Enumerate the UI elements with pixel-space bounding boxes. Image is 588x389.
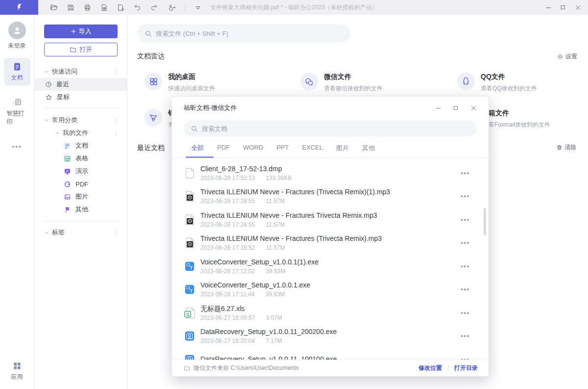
- radar-card[interactable]: QQ文件 查看QQ接收到的文件: [457, 73, 537, 93]
- card-title: 箱文件: [489, 109, 550, 118]
- maximize-icon[interactable]: [450, 103, 461, 113]
- sidebar-filetype-item[interactable]: 演示: [44, 165, 119, 178]
- radar-card[interactable]: 箱文件 看Foxmail接收到的文件: [489, 109, 550, 129]
- tab-图片[interactable]: 图片: [336, 144, 349, 157]
- minimize-icon[interactable]: [433, 103, 443, 113]
- file-name: Trivecta ILLENIUM Nevve - Fractures (Tri…: [200, 234, 382, 243]
- file-row[interactable]: S 无标题6.27.xls 2023-06-27 18:00:573.07M •…: [172, 301, 489, 325]
- radar-settings-button[interactable]: 设置: [557, 52, 577, 61]
- new-page-icon[interactable]: [117, 4, 124, 11]
- scrollbar-thumb[interactable]: [484, 208, 486, 235]
- gear-icon: [557, 53, 564, 60]
- section-label: 快速访问: [52, 67, 77, 76]
- file-row[interactable]: DataRecovery_Setup_v1.0.0.11_200200.exe …: [172, 325, 489, 348]
- dialog-search-input[interactable]: [202, 125, 470, 132]
- tab-WORD[interactable]: WORD: [243, 144, 263, 157]
- hand-tool-icon[interactable]: [167, 4, 175, 11]
- login-status[interactable]: 未登录: [8, 42, 26, 50]
- item-label: 最近: [56, 80, 69, 89]
- rail-item-documents[interactable]: 文档: [4, 58, 30, 86]
- more-options-button[interactable]: •••: [461, 216, 470, 223]
- xls-file-icon: S: [184, 307, 196, 319]
- pdf-type-icon: [64, 181, 71, 188]
- tab-其他[interactable]: 其他: [362, 144, 375, 157]
- clock-icon: [45, 81, 52, 88]
- section-categories[interactable]: 常用分类: [44, 114, 119, 127]
- file-row[interactable]: 文T VoiceConverter_Setup_v1.0.0.1(1).exe …: [172, 255, 489, 278]
- item-label: 图片: [75, 192, 88, 201]
- file-row[interactable]: Trivecta ILLENIUM Nevve - Fractures Triv…: [172, 208, 489, 232]
- section-tags[interactable]: 标签: [44, 226, 119, 239]
- more-options-button[interactable]: •••: [461, 333, 470, 339]
- more-options-button[interactable]: •••: [461, 263, 470, 270]
- file-row[interactable]: DataRecovery_Setup_v1.0.0.11_100100.exe …: [172, 348, 489, 360]
- export-page-icon[interactable]: [100, 4, 108, 11]
- kebab-menu-icon[interactable]: [113, 117, 119, 123]
- tab-全部[interactable]: 全部: [191, 144, 204, 157]
- close-icon[interactable]: [572, 2, 583, 13]
- file-size: 11.57M: [266, 198, 285, 205]
- rail-item-label: 文档: [11, 74, 23, 82]
- radar-card[interactable]: 我的桌面 快速访问桌面文件: [145, 73, 215, 93]
- file-date: 2023-06-28 17:28:55: [200, 198, 255, 205]
- radar-card[interactable]: 钉 查: [145, 109, 175, 129]
- sidebar-item-my-files[interactable]: 我的文件: [44, 127, 119, 139]
- item-label: 星标: [57, 93, 70, 102]
- sidebar-filetype-item[interactable]: 其他: [44, 203, 119, 216]
- dialog-title: 福昕文档-微信文件: [184, 104, 237, 112]
- voice-exe-icon: 文T: [184, 284, 196, 295]
- toolbar-expand-icon[interactable]: [195, 4, 201, 11]
- file-row[interactable]: Trivecta ILLENIUM Nevve - Fractures (Tri…: [172, 185, 489, 208]
- more-options-button[interactable]: •••: [461, 286, 470, 293]
- sidebar-filetype-item[interactable]: 表格: [44, 152, 119, 165]
- section-label: 常用分类: [52, 116, 77, 125]
- settings-label: 设置: [565, 52, 577, 61]
- import-button[interactable]: 导入: [44, 25, 118, 38]
- redo-icon[interactable]: [150, 4, 158, 11]
- sidebar-filetype-item[interactable]: 文档: [44, 139, 119, 152]
- file-row[interactable]: Client_6-28_17-52-13.dmp 2023-06-28 17:5…: [172, 161, 489, 185]
- sidebar-item-starred[interactable]: 星标: [34, 91, 127, 104]
- print-icon[interactable]: [84, 4, 91, 11]
- close-icon[interactable]: [468, 103, 479, 113]
- recent-docs-title: 最近文档: [137, 144, 165, 153]
- radar-card[interactable]: 微信文件 查看微信接收到的文件: [300, 73, 383, 93]
- minimize-icon[interactable]: [543, 2, 554, 13]
- rail-item-smart-print[interactable]: 智慧打印: [4, 94, 30, 130]
- dialog-search-bar[interactable]: [184, 120, 477, 137]
- sidebar-item-recent[interactable]: 最近: [34, 78, 127, 91]
- more-options-button[interactable]: •••: [461, 170, 470, 177]
- file-search-input[interactable]: [156, 30, 343, 37]
- tab-PPT[interactable]: PPT: [276, 144, 289, 157]
- rail-item-apps[interactable]: 应用: [11, 361, 23, 381]
- sidebar-filetype-item[interactable]: 图片: [44, 190, 119, 203]
- sidebar-filetype-item[interactable]: PDF: [44, 178, 119, 190]
- open-folder-icon[interactable]: [50, 3, 58, 11]
- undo-icon[interactable]: [134, 4, 141, 11]
- kebab-menu-icon[interactable]: [113, 130, 119, 136]
- svg-text:文: 文: [186, 286, 190, 289]
- more-options-button[interactable]: •••: [461, 356, 470, 360]
- source-path-text: 微信文件来自 C:\Users\User\Documents: [194, 364, 299, 372]
- save-icon[interactable]: [67, 4, 74, 11]
- rail-more-button[interactable]: •••: [12, 143, 22, 151]
- maximize-icon[interactable]: [558, 2, 568, 13]
- more-options-button[interactable]: •••: [461, 193, 470, 200]
- open-button[interactable]: 打开: [44, 43, 118, 56]
- tab-PDF[interactable]: PDF: [217, 144, 230, 157]
- smart-print-icon: [12, 98, 22, 107]
- kebab-menu-icon[interactable]: [113, 69, 119, 75]
- file-row[interactable]: Trivecta ILLENIUM Nevve - Fractures (Tri…: [172, 232, 489, 255]
- tab-EXCEL[interactable]: EXCEL: [302, 144, 323, 157]
- clear-button[interactable]: 清除: [556, 143, 576, 152]
- open-directory-link[interactable]: 打开目录: [454, 364, 478, 372]
- more-options-button[interactable]: •••: [461, 310, 470, 316]
- section-quick-access[interactable]: 快速访问: [44, 65, 119, 78]
- file-search-bar[interactable]: [137, 25, 350, 42]
- file-row[interactable]: 文T VoiceConverter_Setup_v1.0.0.1.exe 202…: [172, 278, 489, 302]
- card-title: QQ文件: [481, 73, 537, 81]
- avatar[interactable]: [8, 22, 26, 39]
- change-location-link[interactable]: 修改位置: [418, 364, 442, 372]
- more-options-button[interactable]: •••: [461, 239, 470, 246]
- kebab-menu-icon[interactable]: [113, 230, 119, 235]
